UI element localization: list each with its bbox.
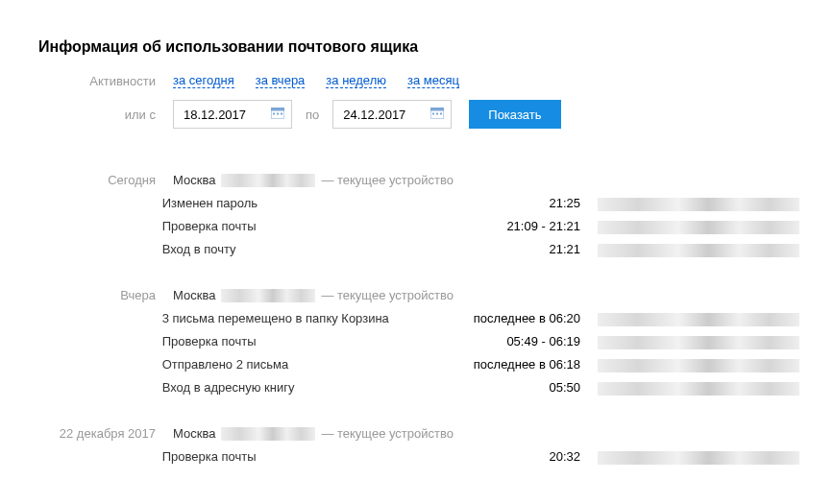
location-city: Москва (173, 422, 215, 445)
page-title: Информация об использовании почтового ящ… (38, 38, 805, 56)
event-text: Проверка почты (162, 445, 424, 468)
event-time: 21:09 - 21:21 (424, 215, 580, 238)
or-from-label: или с (38, 108, 173, 122)
date-from-input[interactable] (173, 100, 292, 129)
blurred-text (598, 359, 799, 372)
event-text: Отправлено 2 письма (162, 353, 424, 376)
location-suffix: — текущее устройство (321, 284, 454, 307)
event-time: 21:25 (424, 192, 580, 215)
event-time: 20:32 (424, 445, 580, 468)
filter-week[interactable]: за неделю (326, 73, 386, 88)
filter-today[interactable]: за сегодня (173, 73, 234, 88)
event-time: последнее в 06:18 (424, 353, 580, 376)
blurred-text (598, 244, 799, 257)
event-time: последнее в 06:20 (424, 307, 580, 330)
event-time: 05:50 (424, 376, 580, 399)
blurred-text (598, 382, 799, 396)
day-label: 22 декабря 2017 (38, 422, 173, 445)
filter-month[interactable]: за месяц (407, 73, 459, 88)
location-suffix: — текущее устройство (321, 169, 454, 192)
day-label: Сегодня (38, 169, 173, 192)
event-text: 3 письма перемещено в папку Корзина (162, 307, 424, 330)
location-suffix: — текущее устройство (321, 422, 454, 445)
blurred-text (598, 313, 799, 326)
event-text: Проверка почты (162, 330, 424, 353)
event-text: Проверка почты (162, 215, 424, 238)
show-button[interactable]: Показать (469, 100, 560, 129)
event-time: 21:21 (424, 238, 580, 261)
activity-label: Активности (38, 74, 173, 88)
location-city: Москва (173, 169, 215, 192)
blurred-text (221, 427, 315, 441)
blurred-text (598, 221, 799, 234)
blurred-text (221, 174, 315, 187)
to-label: по (306, 108, 319, 122)
blurred-text (221, 289, 315, 302)
day-label: Вчера (38, 284, 173, 307)
filter-yesterday[interactable]: за вчера (256, 73, 306, 88)
event-time: 05:49 - 06:19 (424, 330, 580, 353)
date-to-input[interactable] (332, 100, 452, 129)
event-text: Вход в почту (162, 238, 424, 261)
event-text: Вход в адресную книгу (162, 376, 424, 399)
blurred-text (598, 336, 799, 349)
event-text: Изменен пароль (162, 192, 424, 215)
blurred-text (598, 451, 799, 465)
blurred-text (598, 198, 799, 211)
location-city: Москва (173, 284, 215, 307)
